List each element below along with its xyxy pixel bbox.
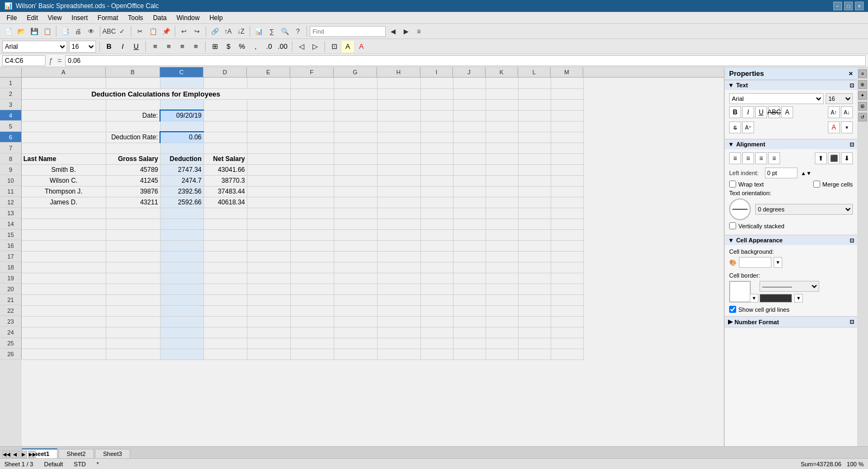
cell-M3[interactable] — [551, 99, 583, 110]
cell-A13[interactable] — [22, 208, 106, 219]
cell-G1[interactable] — [334, 78, 377, 88]
row-11[interactable]: 11 — [0, 186, 22, 197]
cell-D14[interactable] — [203, 219, 247, 229]
cell-L3[interactable] — [518, 99, 551, 110]
cell-G12[interactable] — [334, 197, 377, 208]
right-icon-1[interactable]: ≡ — [858, 69, 867, 78]
cell-I2[interactable] — [420, 88, 453, 99]
row-16[interactable]: 16 — [0, 240, 22, 251]
cell-C22[interactable] — [160, 305, 203, 316]
cell-A7[interactable] — [22, 143, 106, 153]
cell-M12[interactable] — [551, 197, 583, 208]
cell-B15[interactable] — [106, 229, 160, 240]
cell-G14[interactable] — [334, 219, 377, 229]
prop-underline-button[interactable]: U — [755, 106, 767, 118]
cell-K19[interactable] — [486, 273, 518, 284]
menu-format[interactable]: Format — [93, 13, 123, 23]
cell-K1[interactable] — [486, 78, 518, 88]
cell-K14[interactable] — [486, 219, 518, 229]
cell-L22[interactable] — [518, 305, 551, 316]
thousand-button[interactable]: , — [250, 41, 261, 53]
border-preview[interactable] — [729, 281, 751, 303]
menu-edit[interactable]: Edit — [22, 13, 42, 23]
cell-J22[interactable] — [453, 305, 486, 316]
cell-F14[interactable] — [290, 219, 334, 229]
cell-K12[interactable] — [486, 197, 518, 208]
cell-M2[interactable] — [551, 88, 583, 99]
col-header-M[interactable]: M — [551, 67, 583, 77]
col-header-L[interactable]: L — [518, 67, 551, 77]
align-bot-btn[interactable]: ⬇ — [841, 152, 853, 164]
row-19[interactable]: 19 — [0, 273, 22, 284]
cell-B13[interactable] — [106, 208, 160, 219]
cell-C4[interactable]: 09/20/19 — [160, 110, 203, 121]
new-button[interactable]: 📄 — [2, 25, 14, 37]
cell-H13[interactable] — [377, 208, 420, 219]
cell-K18[interactable] — [486, 262, 518, 273]
cell-K13[interactable] — [486, 208, 518, 219]
last-sheet-button[interactable]: ▶▶ — [28, 451, 36, 458]
indent-inc-button[interactable]: ▷ — [309, 41, 321, 53]
orientation-select[interactable]: 0 degrees — [755, 204, 853, 215]
cell-D3[interactable] — [203, 99, 247, 110]
cell-A23[interactable] — [22, 316, 106, 327]
cell-M1[interactable] — [551, 78, 583, 88]
border-color-dropdown[interactable]: ▼ — [794, 294, 803, 303]
cell-H19[interactable] — [377, 273, 420, 284]
cell-D25[interactable] — [203, 338, 247, 349]
cell-B18[interactable] — [106, 262, 160, 273]
cell-G13[interactable] — [334, 208, 377, 219]
cell-D5[interactable] — [203, 121, 247, 132]
cell-F24[interactable] — [290, 327, 334, 338]
cell-C11[interactable]: 2392.56 — [160, 186, 203, 197]
cell-M18[interactable] — [551, 262, 583, 273]
currency-button[interactable]: $ — [222, 41, 234, 53]
right-icon-2[interactable]: ⊕ — [858, 80, 867, 89]
cell-L17[interactable] — [518, 251, 551, 262]
cell-D7[interactable] — [203, 143, 247, 153]
cell-B5[interactable] — [106, 121, 160, 132]
cell-C9[interactable]: 2747.34 — [160, 164, 203, 175]
cell-G18[interactable] — [334, 262, 377, 273]
cell-I9[interactable] — [420, 164, 453, 175]
cell-J1[interactable] — [453, 78, 486, 88]
cell-E21[interactable] — [247, 294, 290, 305]
cell-J5[interactable] — [453, 121, 486, 132]
cell-D19[interactable] — [203, 273, 247, 284]
cell-E20[interactable] — [247, 284, 290, 294]
find-next-button[interactable]: ▶ — [400, 25, 412, 37]
cell-K9[interactable] — [486, 164, 518, 175]
zoom-in-button[interactable]: 🔍 — [279, 25, 291, 37]
prop-subscript-button[interactable]: A↓ — [841, 106, 853, 118]
cell-H7[interactable] — [377, 143, 420, 153]
cell-K3[interactable] — [486, 99, 518, 110]
cell-M11[interactable] — [551, 186, 583, 197]
cell-B9[interactable]: 45789 — [106, 164, 160, 175]
cell-H21[interactable] — [377, 294, 420, 305]
cell-C20[interactable] — [160, 284, 203, 294]
cell-E18[interactable] — [247, 262, 290, 273]
cell-L1[interactable] — [518, 78, 551, 88]
cut-button[interactable]: ✂ — [134, 25, 146, 37]
cell-I19[interactable] — [420, 273, 453, 284]
cell-C5[interactable] — [160, 121, 203, 132]
chart-button[interactable]: 📊 — [253, 25, 265, 37]
save-as-button[interactable]: 📋 — [41, 25, 53, 37]
align-left-btn[interactable]: ≡ — [729, 152, 741, 164]
cell-E10[interactable] — [247, 175, 290, 186]
open-button[interactable]: 📂 — [15, 25, 27, 37]
cell-B25[interactable] — [106, 338, 160, 349]
col-header-C[interactable]: C — [160, 67, 203, 77]
formula-input[interactable]: 0.06 — [65, 55, 866, 66]
cell-I14[interactable] — [420, 219, 453, 229]
cell-A18[interactable] — [22, 262, 106, 273]
cell-H15[interactable] — [377, 229, 420, 240]
paste-button[interactable]: 📌 — [160, 25, 172, 37]
right-icon-5[interactable]: ↺ — [858, 113, 867, 121]
cell-F8[interactable] — [290, 153, 334, 164]
cell-L11[interactable] — [518, 186, 551, 197]
cell-C7[interactable] — [160, 143, 203, 153]
cell-D16[interactable] — [203, 240, 247, 251]
cell-A9[interactable]: Smith B. — [22, 164, 106, 175]
cell-A8-header[interactable]: Last Name — [22, 153, 106, 164]
